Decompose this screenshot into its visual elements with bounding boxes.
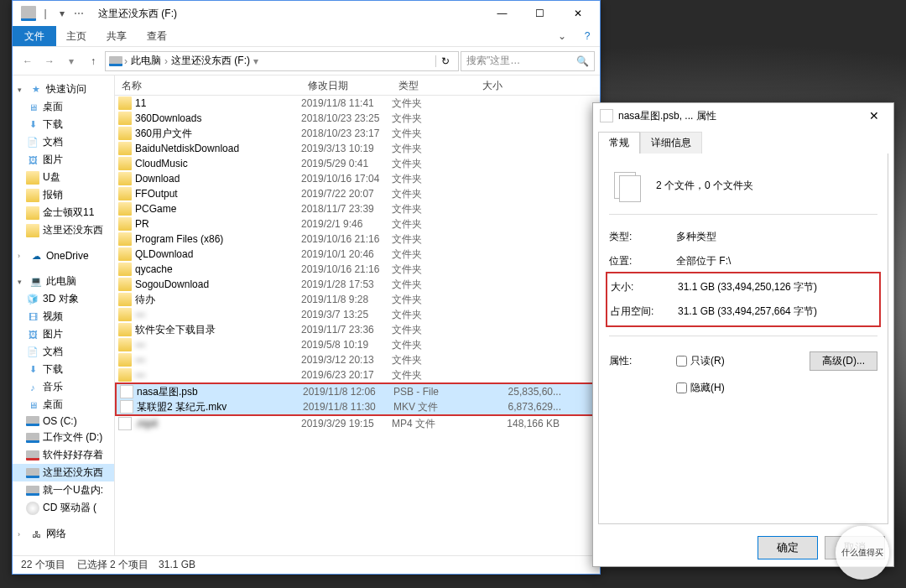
- file-icon: [600, 109, 613, 122]
- tree-quick-access[interactable]: ▾★快速访问: [13, 81, 114, 98]
- tree-item[interactable]: 就一个U盘内:: [13, 481, 114, 499]
- tree-item[interactable]: 报销: [13, 186, 114, 204]
- table-row[interactable]: 360用户文件2018/10/23 23:17文件夹: [115, 126, 600, 141]
- tree-item[interactable]: OS (C:): [13, 414, 114, 429]
- close-button[interactable]: ✕: [862, 109, 887, 122]
- tree-item[interactable]: 🖼图片: [13, 151, 114, 169]
- table-row[interactable]: —2019/3/12 20:13文件夹: [115, 352, 600, 367]
- table-row[interactable]: SogouDownload2019/1/28 17:53文件夹: [115, 277, 600, 292]
- table-row[interactable]: —2019/5/8 10:19文件夹: [115, 337, 600, 352]
- view-tab[interactable]: 查看: [137, 26, 177, 46]
- col-type[interactable]: 类型: [392, 75, 476, 95]
- tree-item[interactable]: 这里还没东西: [13, 221, 114, 239]
- advanced-button[interactable]: 高级(D)...: [810, 351, 877, 371]
- tree-item[interactable]: 🖼图片: [13, 325, 114, 343]
- label-size: 大小:: [611, 280, 678, 294]
- table-row[interactable]: —2019/3/7 13:25文件夹: [115, 307, 600, 322]
- qat-dropdown-icon[interactable]: ▾: [55, 6, 70, 21]
- table-row[interactable]: QLDownload2019/10/1 20:46文件夹: [115, 247, 600, 262]
- refresh-button[interactable]: ↻: [435, 55, 455, 67]
- label-location: 位置:: [609, 254, 676, 268]
- expand-ribbon-icon[interactable]: ⌄: [549, 26, 575, 46]
- tab-details[interactable]: 详细信息: [640, 132, 702, 154]
- tree-onedrive[interactable]: ›☁OneDrive: [13, 247, 114, 264]
- status-count: 22 个项目: [21, 558, 65, 572]
- tree-item[interactable]: 金士顿双11: [13, 204, 114, 221]
- explorer-window: | ▾ ⋯ 这里还没东西 (F:) — ☐ ✕ 文件 主页 共享 查看 ⌄ ? …: [12, 0, 601, 575]
- search-icon[interactable]: 🔍: [576, 55, 589, 67]
- table-row[interactable]: 112019/11/8 11:41文件夹: [115, 96, 600, 111]
- tree-network[interactable]: ›🖧网络: [13, 525, 114, 543]
- chevron-right-icon[interactable]: ›: [122, 55, 129, 67]
- help-icon[interactable]: ?: [575, 26, 600, 46]
- readonly-checkbox[interactable]: 只读(R): [676, 354, 725, 368]
- tree-item[interactable]: 📄文档: [13, 133, 114, 151]
- tree-item[interactable]: 软件好好存着: [13, 446, 114, 464]
- table-row[interactable]: 软件安全下载目录2019/11/7 23:36文件夹: [115, 322, 600, 337]
- tree-item[interactable]: 🖥桌面: [13, 396, 114, 414]
- tree-thispc[interactable]: ▾💻此电脑: [13, 273, 114, 290]
- minimize-button[interactable]: —: [483, 1, 521, 26]
- window-title: 这里还没东西 (F:): [86, 7, 483, 21]
- table-row[interactable]: nasa星图.psb2019/11/8 12:06PSB - File25,83…: [117, 384, 598, 399]
- file-tab[interactable]: 文件: [13, 26, 56, 46]
- maximize-button[interactable]: ☐: [521, 1, 559, 26]
- ribbon: 文件 主页 共享 查看 ⌄ ?: [13, 26, 600, 47]
- title-bar: | ▾ ⋯ 这里还没东西 (F:) — ☐ ✕: [13, 1, 600, 26]
- multi-file-icon: [612, 170, 643, 200]
- label-type: 类型:: [609, 230, 676, 244]
- search-placeholder: 搜索"这里…: [466, 54, 520, 68]
- table-row[interactable]: 360Downloads2018/10/23 23:25文件夹: [115, 111, 600, 126]
- up-button[interactable]: ↑: [83, 51, 103, 71]
- search-input[interactable]: 搜索"这里… 🔍: [461, 51, 595, 71]
- table-row[interactable]: PCGame2018/11/7 23:39文件夹: [115, 201, 600, 216]
- tree-item[interactable]: 🎞视频: [13, 308, 114, 325]
- tab-general[interactable]: 常规: [598, 132, 640, 154]
- chevron-right-icon[interactable]: ›: [163, 55, 169, 67]
- table-row[interactable]: CloudMusic2019/5/29 0:41文件夹: [115, 156, 600, 171]
- home-tab[interactable]: 主页: [56, 26, 96, 46]
- tree-item[interactable]: ♪音乐: [13, 378, 114, 396]
- watermark: 什么值得买: [836, 526, 889, 580]
- back-button[interactable]: ←: [18, 51, 38, 71]
- close-button[interactable]: ✕: [559, 1, 596, 26]
- value-size: 31.1 GB (33,494,250,126 字节): [678, 280, 876, 294]
- share-tab[interactable]: 共享: [96, 26, 137, 46]
- tree-item[interactable]: 📄文档: [13, 343, 114, 361]
- tree-item[interactable]: U盘: [13, 169, 114, 186]
- table-row[interactable]: .mp42019/3/29 19:15MP4 文件148,166 KB: [115, 416, 600, 431]
- ok-button[interactable]: 确定: [758, 536, 818, 559]
- table-row[interactable]: Program Files (x86)2019/10/16 21:16文件夹: [115, 232, 600, 247]
- col-size[interactable]: 大小: [476, 75, 566, 95]
- table-row[interactable]: PR2019/2/1 9:46文件夹: [115, 216, 600, 232]
- address-bar[interactable]: › 此电脑 › 这里还没东西 (F:) ▾ ↻: [105, 51, 459, 71]
- table-row[interactable]: 某联盟2 某纪元.mkv2019/11/8 11:30MKV 文件6,873,6…: [117, 399, 598, 414]
- col-date[interactable]: 修改日期: [301, 75, 392, 95]
- qat-overflow-icon[interactable]: ⋯: [71, 6, 86, 21]
- breadcrumb[interactable]: 这里还没东西 (F:): [169, 54, 252, 68]
- table-row[interactable]: 待办2019/11/8 9:28文件夹: [115, 292, 600, 307]
- table-row[interactable]: FFOutput2019/7/22 20:07文件夹: [115, 186, 600, 201]
- table-row[interactable]: Download2019/10/16 17:04文件夹: [115, 171, 600, 186]
- tree-item[interactable]: ⬇下载: [13, 116, 114, 133]
- table-row[interactable]: BaiduNetdiskDownload2019/3/13 10:19文件夹: [115, 141, 600, 156]
- drive-icon: [21, 6, 36, 21]
- chevron-down-icon[interactable]: ▾: [252, 55, 260, 67]
- col-name[interactable]: 名称: [115, 75, 301, 95]
- history-dropdown[interactable]: ▾: [61, 51, 81, 71]
- tree-item[interactable]: 🖥桌面: [13, 98, 114, 116]
- tree-item[interactable]: ⬇下载: [13, 361, 114, 378]
- table-row[interactable]: qycache2019/10/16 21:16文件夹: [115, 262, 600, 277]
- tree-item[interactable]: 工作文件 (D:): [13, 429, 114, 446]
- value-size-on-disk: 31.1 GB (33,494,257,664 字节): [678, 304, 876, 319]
- breadcrumb[interactable]: 此电脑: [129, 54, 163, 68]
- forward-button[interactable]: →: [39, 51, 60, 71]
- tree-item-current[interactable]: 这里还没东西: [13, 464, 114, 481]
- value-type: 多种类型: [676, 230, 877, 244]
- tree-item[interactable]: CD 驱动器 (: [13, 499, 114, 517]
- tree-item[interactable]: 🧊3D 对象: [13, 290, 114, 308]
- file-list: 名称 修改日期 类型 大小 112019/11/8 11:41文件夹360Dow…: [115, 75, 600, 555]
- hidden-checkbox[interactable]: 隐藏(H): [676, 381, 725, 395]
- table-row[interactable]: —2019/6/23 20:17文件夹: [115, 367, 600, 382]
- status-selection: 已选择 2 个项目 31.1 GB: [77, 558, 195, 572]
